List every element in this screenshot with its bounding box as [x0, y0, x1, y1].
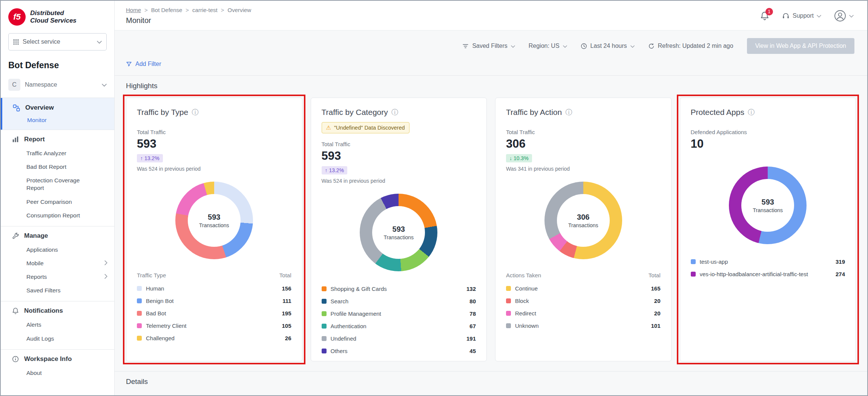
donut-center: 593 Transactions	[188, 194, 241, 247]
legend-item: Challenged26	[137, 332, 291, 344]
sidebar-section-workspace-info-header[interactable]: Workspace Info	[1, 350, 114, 366]
legend-color-chip	[322, 324, 327, 329]
breadcrumb-carrie-test[interactable]: carrie-test	[192, 7, 218, 13]
saved-filters-dropdown[interactable]: Saved Filters	[462, 43, 515, 49]
card-title: Traffic by Category	[322, 108, 388, 117]
clock-icon	[581, 43, 587, 49]
sidebar-section-notifications-header[interactable]: Notifications	[1, 301, 114, 318]
donut-center: 306 Transactions	[557, 194, 610, 247]
sidebar-item-audit-logs[interactable]: Audit Logs	[1, 332, 114, 346]
donut-center-value: 593	[393, 225, 405, 234]
legend-item: Authentication67	[322, 320, 476, 332]
sidebar-item-traffic-analyzer[interactable]: Traffic Analyzer	[1, 147, 114, 160]
info-icon[interactable]: ⓘ	[565, 109, 572, 116]
info-icon[interactable]: ⓘ	[748, 109, 755, 116]
legend-label: Authentication	[331, 323, 465, 329]
legend-value: 105	[282, 323, 291, 329]
metric-label: Total Traffic	[322, 141, 476, 147]
time-range-dropdown[interactable]: Last 24 hours	[581, 43, 635, 49]
legend-label: Undefined	[331, 335, 462, 342]
sidebar-item-label: Applications	[26, 246, 58, 254]
namespace-selector[interactable]: C Namespace	[1, 76, 114, 98]
legend-value: 319	[836, 258, 845, 265]
metric-value: 593	[322, 149, 476, 163]
view-in-waap-button[interactable]: View in Web App & API Protection	[747, 38, 854, 54]
namespace-label: Namespace	[25, 81, 97, 88]
sidebar-item-applications[interactable]: Applications	[1, 243, 114, 257]
legend-color-chip	[691, 272, 696, 277]
region-dropdown[interactable]: Region: US	[529, 43, 567, 49]
sidebar-item-label: Traffic Analyzer	[26, 150, 66, 157]
notifications-bell-button[interactable]: 1	[760, 11, 769, 20]
traffic-by-action-card: Traffic by Action ⓘ Total Traffic 306 ↓ …	[495, 98, 672, 361]
breadcrumb-bot-defense[interactable]: Bot Defense	[151, 7, 182, 13]
legend-value: 165	[651, 285, 660, 292]
legend-color-chip	[137, 286, 142, 291]
sidebar-section-report: Report Traffic Analyzer Bad Bot Report P…	[1, 130, 114, 226]
sidebar-item-saved-filters[interactable]: Saved Filters	[1, 284, 114, 297]
sidebar-item-consumption-report[interactable]: Consumption Report	[1, 209, 114, 222]
user-avatar-icon	[834, 10, 846, 22]
warning-icon: ⚠	[326, 124, 331, 131]
legend-value: 111	[282, 298, 291, 304]
support-menu[interactable]: Support	[782, 12, 821, 20]
metric-label: Total Traffic	[137, 129, 291, 135]
legend-color-chip	[322, 311, 327, 316]
donut-center-label: Transactions	[568, 222, 598, 228]
support-label: Support	[793, 12, 814, 19]
info-icon[interactable]: ⓘ	[391, 109, 398, 116]
sidebar-section-report-header[interactable]: Report	[1, 130, 114, 147]
legend-label: Telemetry Client	[146, 323, 277, 329]
sidebar-item-protection-coverage-report[interactable]: Protection Coverage Report	[1, 174, 114, 195]
sidebar-item-about[interactable]: About	[1, 366, 114, 380]
brand-line-1: Distributed	[30, 9, 77, 17]
undefined-data-warning-badge: ⚠"Undefined" Data Discovered	[322, 122, 409, 133]
legend-label: Search	[331, 298, 465, 304]
add-filter-button[interactable]: Add Filter	[126, 61, 161, 67]
sidebar-item-label: Audit Logs	[26, 335, 54, 342]
legend-header: Traffic Type Total	[137, 271, 291, 282]
refresh-button[interactable]: Refresh: Updated 2 min ago	[648, 43, 733, 49]
sidebar-item-reports[interactable]: Reports	[1, 270, 114, 284]
delta-badge: ↑ 13.2%	[322, 166, 348, 174]
filter-funnel-icon	[126, 61, 132, 67]
breadcrumb-separator: >	[144, 7, 148, 13]
legend-color-chip	[137, 336, 142, 341]
user-account-menu[interactable]	[834, 10, 854, 22]
legend-value: 67	[469, 323, 476, 329]
legend-item: Redirect20	[506, 307, 661, 320]
sidebar-item-alerts[interactable]: Alerts	[1, 318, 114, 332]
wrench-icon	[12, 232, 19, 239]
legend-value: 156	[282, 285, 291, 292]
breadcrumb-home[interactable]: Home	[126, 7, 141, 13]
legend-value: 80	[469, 298, 476, 304]
sidebar-item-mobile[interactable]: Mobile	[1, 257, 114, 270]
section-title: Report	[24, 136, 45, 143]
traffic-by-category-card: Traffic by Category ⓘ ⚠"Undefined" Data …	[311, 98, 487, 361]
info-icon[interactable]: ⓘ	[192, 109, 198, 116]
card-title: Protected Apps	[691, 108, 744, 117]
legend-item: Human156	[137, 282, 291, 295]
chevron-down-icon	[102, 84, 107, 87]
overview-flow-icon	[13, 104, 20, 112]
sidebar-item-label: Consumption Report	[26, 212, 80, 219]
sidebar-item-overview[interactable]: Overview	[2, 100, 114, 115]
delta-badge: ↑ 13.2%	[137, 154, 163, 162]
select-service-dropdown[interactable]: Select service	[8, 33, 107, 50]
protected-apps-card: Protected Apps ⓘ Defended Applications 1…	[680, 98, 856, 361]
card-title: Traffic by Action	[506, 108, 562, 117]
section-title: Workspace Info	[24, 355, 72, 363]
info-icon	[12, 356, 19, 362]
legend-item: Block20	[506, 295, 661, 307]
legend-label: ves-io-http-loadbalancer-artificial-traf…	[700, 271, 831, 277]
legend: Continue165Block20Redirect20Unknown101	[506, 282, 661, 332]
legend-color-chip	[137, 323, 142, 328]
sidebar-item-monitor[interactable]: Monitor	[2, 115, 114, 126]
legend-header-right: Total	[649, 272, 661, 278]
sidebar-item-bad-bot-report[interactable]: Bad Bot Report	[1, 160, 114, 174]
sidebar-item-peer-comparison[interactable]: Peer Comparison	[1, 195, 114, 209]
chevron-down-icon	[849, 15, 854, 18]
legend-value: 20	[654, 310, 661, 316]
sidebar-section-manage-header[interactable]: Manage	[1, 226, 114, 243]
legend-value: 78	[469, 310, 476, 317]
